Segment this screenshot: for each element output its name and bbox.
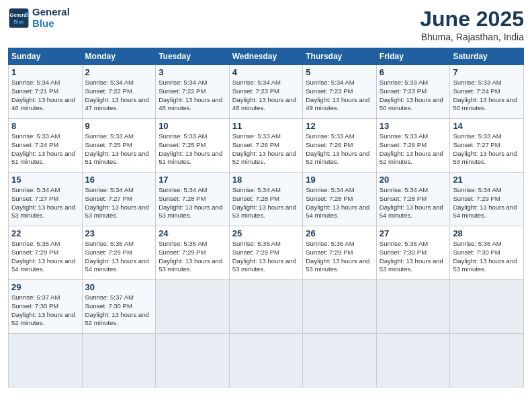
col-saturday: Saturday (450, 48, 524, 65)
col-monday: Monday (82, 48, 156, 65)
header-row: Sunday Monday Tuesday Wednesday Thursday… (9, 48, 524, 65)
day-number: 12 (306, 121, 373, 131)
page-container: General Blue General Blue June 2025 Bhum… (0, 0, 532, 394)
day-number: 1 (11, 67, 79, 77)
day-number: 19 (306, 175, 373, 185)
table-row: 27 Sunrise: 5:36 AM Sunset: 7:30 PM Dayl… (376, 226, 450, 280)
day-info: Sunrise: 5:33 AM Sunset: 7:26 PM Dayligh… (380, 132, 447, 167)
day-info: Sunrise: 5:34 AM Sunset: 7:23 PM Dayligh… (232, 79, 300, 113)
col-tuesday: Tuesday (156, 48, 230, 65)
day-number: 25 (232, 228, 300, 238)
day-number: 29 (11, 282, 79, 292)
day-number: 4 (232, 67, 300, 77)
day-number: 7 (453, 67, 521, 77)
table-row: 2 Sunrise: 5:34 AM Sunset: 7:22 PM Dayli… (82, 65, 156, 119)
day-info: Sunrise: 5:34 AM Sunset: 7:29 PM Dayligh… (453, 186, 521, 220)
day-info: Sunrise: 5:36 AM Sunset: 7:30 PM Dayligh… (453, 240, 521, 274)
day-number: 28 (453, 228, 521, 238)
day-info: Sunrise: 5:34 AM Sunset: 7:22 PM Dayligh… (85, 79, 153, 113)
table-row (9, 334, 83, 387)
table-row (82, 334, 156, 387)
day-number: 3 (159, 67, 226, 77)
table-row: 5 Sunrise: 5:34 AM Sunset: 7:23 PM Dayli… (303, 65, 377, 119)
table-row: 21 Sunrise: 5:34 AM Sunset: 7:29 PM Dayl… (450, 173, 524, 226)
table-row: 9 Sunrise: 5:33 AM Sunset: 7:25 PM Dayli… (82, 119, 156, 173)
title-area: June 2025 Bhuma, Rajasthan, India (420, 7, 524, 42)
calendar-week-1: 1 Sunrise: 5:34 AM Sunset: 7:21 PM Dayli… (9, 65, 524, 119)
table-row: 16 Sunrise: 5:34 AM Sunset: 7:27 PM Dayl… (82, 173, 156, 226)
day-number: 13 (380, 121, 447, 131)
day-number: 17 (159, 175, 226, 185)
table-row: 11 Sunrise: 5:33 AM Sunset: 7:26 PM Dayl… (229, 119, 303, 173)
svg-text:General: General (10, 12, 28, 18)
calendar-week-3: 15 Sunrise: 5:34 AM Sunset: 7:27 PM Dayl… (9, 173, 524, 226)
table-row (229, 280, 303, 334)
table-row: 3 Sunrise: 5:34 AM Sunset: 7:22 PM Dayli… (156, 65, 230, 119)
day-number: 9 (85, 121, 153, 131)
day-number: 26 (306, 228, 373, 238)
table-row: 13 Sunrise: 5:33 AM Sunset: 7:26 PM Dayl… (376, 119, 450, 173)
table-row: 28 Sunrise: 5:36 AM Sunset: 7:30 PM Dayl… (450, 226, 524, 280)
calendar-week-6 (9, 334, 524, 387)
day-info: Sunrise: 5:35 AM Sunset: 7:29 PM Dayligh… (232, 240, 300, 274)
day-info: Sunrise: 5:37 AM Sunset: 7:30 PM Dayligh… (85, 293, 153, 328)
col-thursday: Thursday (303, 48, 377, 65)
day-number: 8 (11, 121, 79, 131)
day-info: Sunrise: 5:36 AM Sunset: 7:29 PM Dayligh… (306, 240, 373, 274)
day-info: Sunrise: 5:33 AM Sunset: 7:27 PM Dayligh… (453, 132, 521, 167)
day-info: Sunrise: 5:33 AM Sunset: 7:25 PM Dayligh… (159, 132, 226, 167)
logo-text: General Blue (32, 7, 70, 29)
table-row (156, 280, 230, 334)
day-info: Sunrise: 5:37 AM Sunset: 7:30 PM Dayligh… (11, 293, 79, 328)
table-row (450, 334, 524, 387)
table-row (376, 334, 450, 387)
day-info: Sunrise: 5:35 AM Sunset: 7:29 PM Dayligh… (85, 240, 153, 274)
day-number: 27 (380, 228, 447, 238)
table-row: 7 Sunrise: 5:33 AM Sunset: 7:24 PM Dayli… (450, 65, 524, 119)
day-number: 6 (380, 67, 447, 77)
table-row: 15 Sunrise: 5:34 AM Sunset: 7:27 PM Dayl… (9, 173, 83, 226)
col-friday: Friday (376, 48, 450, 65)
table-row (303, 280, 377, 334)
day-info: Sunrise: 5:33 AM Sunset: 7:26 PM Dayligh… (306, 132, 373, 167)
col-sunday: Sunday (9, 48, 83, 65)
day-number: 5 (306, 67, 373, 77)
day-number: 21 (453, 175, 521, 185)
day-number: 30 (85, 282, 153, 292)
day-number: 23 (85, 228, 153, 238)
day-number: 14 (453, 121, 521, 131)
table-row: 8 Sunrise: 5:33 AM Sunset: 7:24 PM Dayli… (9, 119, 83, 173)
calendar-week-5: 29 Sunrise: 5:37 AM Sunset: 7:30 PM Dayl… (9, 280, 524, 334)
day-info: Sunrise: 5:34 AM Sunset: 7:27 PM Dayligh… (85, 186, 153, 220)
day-number: 10 (159, 121, 226, 131)
table-row: 26 Sunrise: 5:36 AM Sunset: 7:29 PM Dayl… (303, 226, 377, 280)
table-row: 4 Sunrise: 5:34 AM Sunset: 7:23 PM Dayli… (229, 65, 303, 119)
day-info: Sunrise: 5:34 AM Sunset: 7:28 PM Dayligh… (159, 186, 226, 220)
table-row: 24 Sunrise: 5:35 AM Sunset: 7:29 PM Dayl… (156, 226, 230, 280)
table-row (156, 334, 230, 387)
table-row (229, 334, 303, 387)
day-number: 24 (159, 228, 226, 238)
calendar-week-2: 8 Sunrise: 5:33 AM Sunset: 7:24 PM Dayli… (9, 119, 524, 173)
table-row: 25 Sunrise: 5:35 AM Sunset: 7:29 PM Dayl… (229, 226, 303, 280)
table-row: 18 Sunrise: 5:34 AM Sunset: 7:28 PM Dayl… (229, 173, 303, 226)
col-wednesday: Wednesday (229, 48, 303, 65)
table-row: 14 Sunrise: 5:33 AM Sunset: 7:27 PM Dayl… (450, 119, 524, 173)
table-row: 10 Sunrise: 5:33 AM Sunset: 7:25 PM Dayl… (156, 119, 230, 173)
day-info: Sunrise: 5:36 AM Sunset: 7:30 PM Dayligh… (380, 240, 447, 274)
calendar-table: Sunday Monday Tuesday Wednesday Thursday… (8, 48, 524, 387)
day-info: Sunrise: 5:34 AM Sunset: 7:21 PM Dayligh… (11, 79, 79, 113)
day-info: Sunrise: 5:33 AM Sunset: 7:23 PM Dayligh… (380, 79, 447, 113)
month-title: June 2025 (420, 7, 524, 32)
day-info: Sunrise: 5:35 AM Sunset: 7:29 PM Dayligh… (11, 240, 79, 274)
day-number: 18 (232, 175, 300, 185)
day-info: Sunrise: 5:34 AM Sunset: 7:27 PM Dayligh… (11, 186, 79, 220)
table-row: 1 Sunrise: 5:34 AM Sunset: 7:21 PM Dayli… (9, 65, 83, 119)
table-row: 19 Sunrise: 5:34 AM Sunset: 7:28 PM Dayl… (303, 173, 377, 226)
table-row (450, 280, 524, 334)
day-info: Sunrise: 5:35 AM Sunset: 7:29 PM Dayligh… (159, 240, 226, 274)
day-info: Sunrise: 5:33 AM Sunset: 7:25 PM Dayligh… (85, 132, 153, 167)
table-row: 17 Sunrise: 5:34 AM Sunset: 7:28 PM Dayl… (156, 173, 230, 226)
logo-icon: General Blue (8, 7, 30, 29)
table-row: 30 Sunrise: 5:37 AM Sunset: 7:30 PM Dayl… (82, 280, 156, 334)
